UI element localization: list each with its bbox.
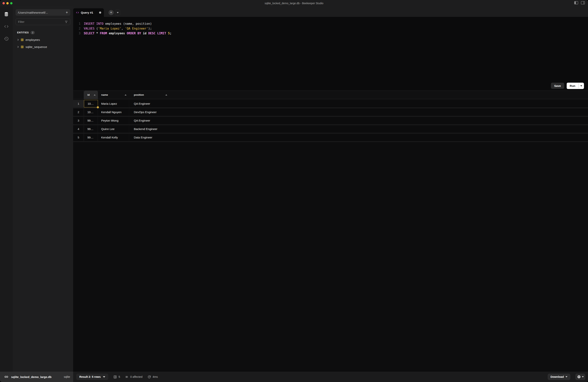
panel-left-icon[interactable]	[574, 1, 578, 4]
sort-asc-icon[interactable]	[125, 94, 126, 96]
rail-history-tab[interactable]	[2, 35, 10, 43]
column-header-id[interactable]: id	[84, 91, 98, 99]
database-type: sqlite	[64, 375, 70, 378]
rail-tables-tab[interactable]	[2, 10, 10, 18]
add-connection-icon[interactable]: +	[66, 11, 68, 14]
sidebar: /Users/matthewrevell/... + ENTITIES 2 em…	[13, 6, 73, 372]
connection-path-text: /Users/matthewrevell/...	[18, 11, 66, 14]
cell-name[interactable]: Peyton Wong	[98, 117, 129, 124]
cell-name[interactable]: Maria Lopez	[98, 100, 129, 107]
table-settings-button[interactable]	[575, 374, 585, 380]
chevron-down-icon	[566, 376, 567, 377]
cell-id[interactable]: 10…	[84, 108, 98, 116]
code-line-2[interactable]: 2VALUES ('Maria Lopez', 'QA Engineer');	[73, 26, 588, 31]
row-number[interactable]: 1	[73, 100, 84, 107]
entity-list: employeessqlite_sequence	[16, 36, 70, 50]
cell-position[interactable]: Backend Engineer	[129, 125, 170, 133]
result-selector-dropdown[interactable]: Result 2: 5 rows	[76, 374, 108, 380]
table-row[interactable]: 599…Kendall KellyData Engineer	[73, 134, 588, 142]
table-grid-icon	[21, 45, 24, 49]
tab-bar: Query #1 +	[73, 6, 588, 17]
filter-box[interactable]	[16, 19, 70, 25]
cell-position[interactable]: QA Engineer	[129, 100, 170, 107]
history-icon	[4, 36, 9, 41]
cell-id[interactable]: 99…	[84, 125, 98, 133]
database-icon	[4, 12, 9, 17]
column-header-name[interactable]: name	[98, 91, 129, 99]
code-text: SELECT * FROM employees ORDER BY id DESC…	[84, 31, 171, 36]
filter-input[interactable]	[18, 20, 65, 23]
panel-right-icon[interactable]	[581, 1, 585, 4]
main-panel: Query #1 + 1INSERT INTO employees (name,…	[73, 6, 588, 372]
titlebar: sqlite_locked_demo_large.db - Beekeeper …	[0, 0, 588, 6]
run-button[interactable]: Run	[567, 83, 578, 89]
row-number[interactable]: 4	[73, 125, 84, 133]
row-number-header	[73, 91, 84, 99]
code-text: INSERT INTO employees (name, position)	[84, 21, 152, 26]
left-rail	[0, 6, 13, 372]
cell-name[interactable]: Quinn Lee	[98, 125, 129, 133]
sidebar-item-sqlite_sequence[interactable]: sqlite_sequence	[16, 43, 70, 50]
connection-path-selector[interactable]: /Users/matthewrevell/... +	[16, 9, 70, 16]
sort-asc-icon[interactable]	[94, 94, 96, 96]
table-row[interactable]: 499…Quinn LeeBackend Engineer	[73, 125, 588, 134]
save-button[interactable]: Save	[551, 83, 564, 89]
rows-icon	[113, 375, 117, 379]
row-number[interactable]: 5	[73, 134, 84, 141]
status-bar: sqlite_locked_demo_large.db sqlite Resul…	[0, 372, 588, 382]
row-number[interactable]: 2	[73, 108, 84, 116]
sort-asc-icon[interactable]	[165, 94, 167, 96]
row-count-value: 5	[119, 375, 120, 378]
table-row[interactable]: 399…Peyton WongQA Engineer	[73, 117, 588, 125]
cell-id[interactable]: 10…	[84, 100, 98, 107]
affected-stat: 0 affected	[125, 375, 142, 379]
new-tab-button[interactable]: +	[108, 10, 114, 15]
cell-id[interactable]: 99…	[84, 134, 98, 141]
chevron-down-icon	[117, 12, 119, 13]
tab-list-dropdown[interactable]	[115, 10, 120, 16]
fill-handle[interactable]	[97, 106, 99, 108]
window-title: sqlite_locked_demo_large.db - Beekeeper …	[0, 2, 588, 5]
download-button[interactable]: Download	[548, 374, 570, 380]
entities-header: ENTITIES 2	[17, 31, 70, 34]
chevron-right-icon[interactable]	[17, 46, 19, 48]
results-panel: id name position 110…Maria LopezQA Engin…	[73, 91, 588, 372]
chevron-down-icon	[103, 376, 105, 378]
table-grid-icon	[21, 38, 24, 41]
cell-position[interactable]: QA Engineer	[129, 117, 170, 124]
sql-code[interactable]: 1INSERT INTO employees (name, position)2…	[73, 17, 588, 36]
run-split-button: Run	[567, 83, 584, 89]
cell-id[interactable]: 99…	[84, 117, 98, 124]
link-icon	[4, 375, 8, 379]
editor-actions: Save Run	[551, 83, 584, 89]
chevron-right-icon[interactable]	[17, 39, 19, 41]
code-line-1[interactable]: 1INSERT INTO employees (name, position)	[73, 21, 588, 26]
sql-editor[interactable]: 1INSERT INTO employees (name, position)2…	[73, 17, 588, 91]
code-text: VALUES ('Maria Lopez', 'QA Engineer');	[84, 26, 152, 31]
rail-queries-tab[interactable]	[2, 22, 10, 31]
table-name-label: employees	[25, 38, 40, 42]
cell-position[interactable]: DevOps Engineer	[129, 108, 170, 116]
duration-stat: 4ms	[147, 375, 158, 379]
unsaved-indicator-dot	[99, 12, 101, 14]
row-count-stat: 5	[113, 375, 120, 379]
results-header-row: id name position	[73, 91, 588, 99]
cell-name[interactable]: Kendall Kelly	[98, 134, 129, 141]
download-label: Download	[550, 375, 564, 378]
row-number[interactable]: 3	[73, 117, 84, 124]
line-number: 1	[75, 21, 81, 26]
tab-query-1[interactable]: Query #1	[73, 8, 104, 17]
sidebar-item-employees[interactable]: employees	[16, 36, 70, 43]
code-line-3[interactable]: 3SELECT * FROM employees ORDER BY id DES…	[73, 31, 588, 36]
column-header-position[interactable]: position	[129, 91, 170, 99]
cell-position[interactable]: Data Engineer	[129, 134, 170, 141]
gear-icon	[577, 375, 581, 379]
chevron-down-icon	[582, 376, 584, 377]
app-window: sqlite_locked_demo_large.db - Beekeeper …	[0, 0, 588, 382]
connection-status[interactable]: sqlite_locked_demo_large.db sqlite	[0, 372, 73, 382]
cell-name[interactable]: Kendall Nguyen	[98, 108, 129, 116]
run-options-dropdown[interactable]	[579, 83, 584, 89]
tab-label: Query #1	[81, 11, 97, 14]
table-row[interactable]: 110…Maria LopezQA Engineer	[73, 100, 588, 108]
table-row[interactable]: 210…Kendall NguyenDevOps Engineer	[73, 108, 588, 117]
